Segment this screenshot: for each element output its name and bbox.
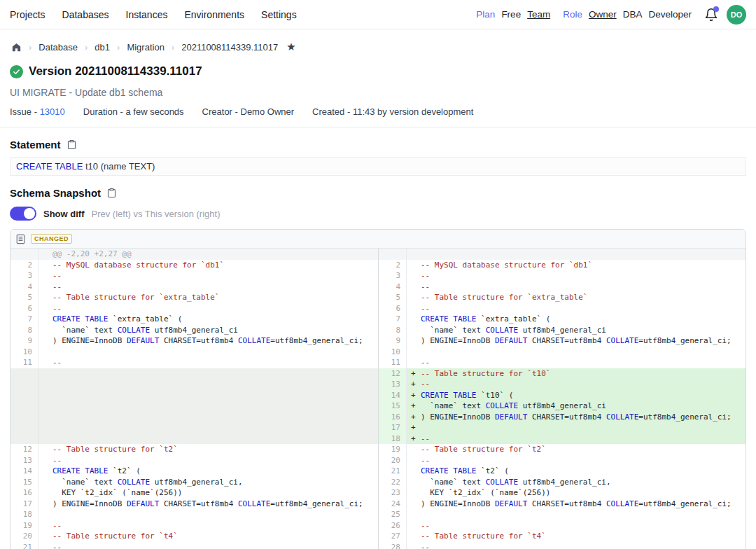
code-line <box>407 347 746 358</box>
line-number: 20 <box>379 455 407 466</box>
code-line: -- <box>407 303 746 314</box>
version-header: Version 20211008114339.11017 <box>0 55 756 78</box>
nav-item-instances[interactable]: Instances <box>126 9 168 20</box>
diff-row <box>10 368 378 380</box>
line-number: 19 <box>10 520 38 531</box>
diff-row: 4-- <box>379 282 746 293</box>
line-number: 3 <box>379 270 407 282</box>
diff-row: 19-- Table structure for `t2` <box>379 444 746 455</box>
line-number: 26 <box>379 520 407 531</box>
nav-item-databases[interactable]: Databases <box>62 9 109 20</box>
issue-link[interactable]: 13010 <box>40 106 65 117</box>
line-number <box>10 368 38 380</box>
breadcrumb-item-20211008114339.11017[interactable]: 20211008114339.11017 <box>181 42 278 53</box>
changed-badge: CHANGED <box>31 234 72 244</box>
copy-statement-icon[interactable] <box>66 139 77 150</box>
chevron-icon: › <box>29 42 31 53</box>
code-line: +) ENGINE=InnoDB DEFAULT CHARSET=utf8mb4… <box>407 412 746 423</box>
code-line: -- <box>38 455 378 466</box>
line-number: 16 <box>379 412 407 423</box>
line-number: 23 <box>379 487 407 499</box>
notification-bell-icon[interactable] <box>704 8 718 22</box>
code-line: KEY `t2_idx` (`name`(256)) <box>38 487 378 499</box>
diff-row: 9) ENGINE=InnoDB DEFAULT CHARSET=utf8mb4… <box>379 335 746 347</box>
diff-row <box>10 379 378 390</box>
diff-row: 10 <box>379 347 746 358</box>
creator-text: Creator - Demo Owner <box>202 106 294 117</box>
code-line: -- Table structure for `t2` <box>407 444 746 455</box>
nav-item-settings[interactable]: Settings <box>261 9 297 20</box>
line-number: 4 <box>379 282 407 293</box>
plan-free: Free <box>501 9 521 20</box>
code-line: +-- <box>407 379 746 390</box>
code-line <box>38 368 378 380</box>
diff-body[interactable]: @@ -2,20 +2,27 @@2-- MySQL database stru… <box>10 249 746 549</box>
code-line <box>38 401 378 412</box>
code-line: -- MySQL database structure for `db1` <box>38 260 378 271</box>
breadcrumb-item-database[interactable]: Database <box>38 42 78 53</box>
code-line: CREATE TABLE `extra_table` ( <box>38 314 378 325</box>
code-line <box>38 412 378 423</box>
diff-row: 14CREATE TABLE `t2` ( <box>10 466 378 477</box>
copy-snapshot-icon[interactable] <box>106 188 117 198</box>
line-number: 18 <box>10 509 38 520</box>
line-number: 28 <box>379 542 407 549</box>
line-number: 17 <box>10 499 38 510</box>
line-number: 10 <box>379 347 407 358</box>
code-line: -- Table structure for `t4` <box>407 531 746 542</box>
diff-row: 10 <box>10 347 378 358</box>
line-number <box>10 422 38 433</box>
diff-row <box>10 422 378 433</box>
duration-text: Duration - a few seconds <box>83 106 184 117</box>
code-line: `name` text COLLATE utf8mb4_general_ci <box>407 325 746 336</box>
line-number: 14 <box>10 466 38 477</box>
code-line: -- <box>407 542 746 549</box>
show-diff-toggle[interactable] <box>10 207 36 221</box>
code-line <box>407 249 746 260</box>
line-number: 15 <box>10 477 38 488</box>
line-number: 5 <box>10 292 38 303</box>
role-developer: Developer <box>648 9 692 20</box>
diff-row: 5-- Table structure for `extra_table` <box>379 292 746 303</box>
line-number: 8 <box>10 325 38 336</box>
code-line: -- <box>38 303 378 314</box>
code-line: -- <box>38 282 378 293</box>
sql-rest: t10 (name TEXT) <box>83 161 155 172</box>
line-number: 18 <box>379 433 407 445</box>
code-line: -- <box>38 542 378 549</box>
diff-row: 18+-- <box>379 433 746 445</box>
breadcrumb-item-db1[interactable]: db1 <box>94 42 110 53</box>
line-number <box>10 390 38 401</box>
diff-row: 8 `name` text COLLATE utf8mb4_general_ci <box>379 325 746 336</box>
code-line <box>38 433 378 445</box>
diff-row: 14+CREATE TABLE `t10` ( <box>379 390 746 401</box>
avatar[interactable]: DO <box>727 5 746 25</box>
plan-team-link[interactable]: Team <box>527 9 550 20</box>
code-line: + `name` text COLLATE utf8mb4_general_ci <box>407 401 746 412</box>
sql-keyword: CREATE TABLE <box>16 161 83 172</box>
code-line: @@ -2,20 +2,27 @@ <box>38 249 378 260</box>
home-icon[interactable] <box>11 42 22 53</box>
line-number: 4 <box>10 282 38 293</box>
diff-row: 16+) ENGINE=InnoDB DEFAULT CHARSET=utf8m… <box>379 412 746 423</box>
line-number: 8 <box>379 325 407 336</box>
breadcrumb-item-migration[interactable]: Migration <box>127 42 164 53</box>
diff-row: 3-- <box>379 270 746 282</box>
line-number: 10 <box>10 347 38 358</box>
diff-hint: Prev (left) vs This version (right) <box>92 209 220 219</box>
statement-sql: CREATE TABLE t10 (name TEXT) <box>10 157 746 176</box>
diff-row: 15 `name` text COLLATE utf8mb4_general_c… <box>10 477 378 488</box>
line-number: 7 <box>10 314 38 325</box>
code-line <box>407 509 746 520</box>
code-line: -- <box>407 282 746 293</box>
toggle-knob <box>24 208 35 219</box>
diff-pane-current: 2-- MySQL database structure for `db1`3-… <box>378 249 746 549</box>
line-number: 22 <box>379 477 407 488</box>
nav-item-projects[interactable]: Projects <box>10 9 46 20</box>
role-owner-link[interactable]: Owner <box>589 9 617 20</box>
line-number: 24 <box>379 499 407 510</box>
diff-row: 21CREATE TABLE `t2` ( <box>379 466 746 477</box>
nav-item-environments[interactable]: Environments <box>184 9 244 20</box>
code-line: ) ENGINE=InnoDB DEFAULT CHARSET=utf8mb4 … <box>407 499 746 510</box>
star-icon[interactable]: ★ <box>286 41 295 53</box>
